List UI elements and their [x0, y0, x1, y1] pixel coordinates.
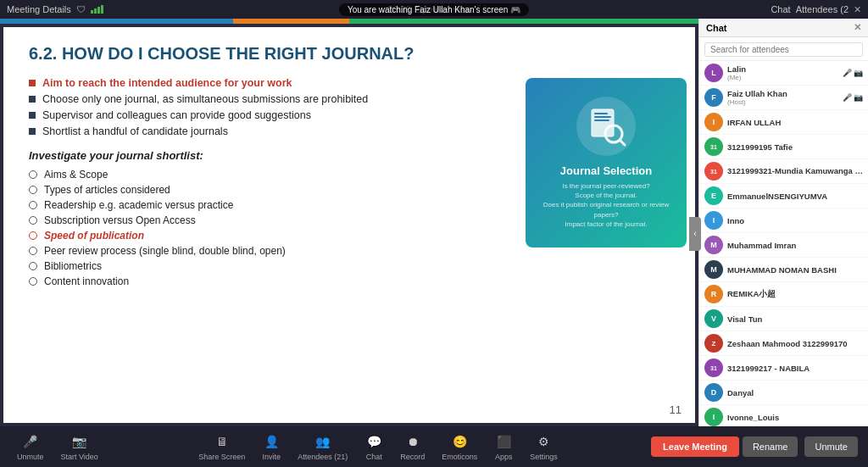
circle-bullet-5	[29, 247, 37, 255]
attendee-lalin: L Lalin (Me) 🎤 📷	[699, 61, 868, 86]
share-screen-btn[interactable]: 🖥 Share Screen	[192, 429, 252, 464]
circle-text-6: Bibliometrics	[44, 260, 102, 272]
meeting-details-btn[interactable]: Meeting Details	[7, 4, 71, 14]
attendees-label: Attendees (21)	[298, 453, 348, 461]
bullet-square-0	[29, 80, 36, 86]
panel-title: Chat	[706, 23, 726, 33]
attendee-icons-faiz: 🎤 📷	[843, 93, 863, 102]
attendee-info-visal: Visal Tun	[727, 314, 863, 324]
emoticons-btn[interactable]: 😊 Emoticons	[435, 429, 484, 464]
attendee-name-lalin: Lalin	[727, 64, 838, 74]
record-icon: ⏺	[403, 432, 422, 451]
attendee-mundia: 31 3121999321-Mundia Kamuwanga 学罗	[699, 159, 868, 184]
rename-button[interactable]: Rename	[743, 436, 798, 457]
attendee-visal: V Visal Tun	[699, 307, 868, 331]
top-bar-left: Meeting Details 🛡	[7, 4, 103, 14]
bullet-square-2	[29, 112, 36, 119]
attendees-btn[interactable]: Attendees (2	[796, 4, 849, 14]
panel-header: Chat ✕	[699, 19, 868, 37]
attendee-zeshaan: Z Zeshaan Mahmood 3122999170	[699, 331, 868, 356]
bullet-square-3	[29, 128, 36, 135]
attendee-noman: M MUHAMMAD NOMAN BASHI	[699, 258, 868, 282]
avatar-lalin: L	[704, 64, 723, 82]
avatar-nabila: 31	[704, 359, 723, 377]
start-video-label: Start Video	[61, 453, 98, 461]
attendee-ivonne: I Ivonne_Louis	[699, 405, 868, 426]
color-bar-blue	[0, 19, 233, 24]
toolbar-right: Leave Meeting Rename Unmute	[651, 436, 858, 457]
sidebar-toggle[interactable]: ‹	[689, 217, 701, 251]
leave-meeting-button[interactable]: Leave Meeting	[651, 436, 739, 457]
avatar-tafie: 31	[704, 137, 723, 156]
circle-bullet-1	[29, 186, 37, 194]
circle-item-6: Bibliometrics	[29, 260, 670, 272]
chat-btn[interactable]: Chat	[771, 4, 790, 14]
slide-title: 6.2. HOW DO I CHOOSE THE RIGHT JOURNAL?	[29, 44, 670, 64]
avatar-emmanuel: E	[704, 186, 723, 205]
presentation-panel: 6.2. HOW DO I CHOOSE THE RIGHT JOURNAL? …	[0, 19, 698, 426]
circle-text-1: Types of articles considered	[44, 184, 170, 196]
invite-btn[interactable]: 👤 Invite	[255, 429, 287, 464]
attendee-info-inno: Inno	[727, 216, 863, 225]
attendee-info-faiz: Faiz Ullah Khan (Host)	[727, 89, 838, 106]
attendee-info-lalin: Lalin (Me)	[727, 64, 838, 81]
color-bar	[0, 19, 698, 24]
security-icon: 🛡	[76, 4, 86, 14]
cam-icon: 📷	[854, 69, 863, 77]
slide-area: 6.2. HOW DO I CHOOSE THE RIGHT JOURNAL? …	[3, 27, 695, 423]
circle-bullet-3	[29, 216, 37, 225]
attendee-name-mundia: 3121999321-Mundia Kamuwanga 学罗	[727, 166, 863, 177]
circle-text-3: Subscription versus Open Access	[44, 214, 196, 226]
attendee-icons-lalin: 🎤 📷	[843, 69, 863, 77]
attendee-imran: M Muhammad Imran	[699, 233, 868, 258]
bullet-text-1: Choose only one journal, as simultaneous…	[42, 93, 368, 105]
record-btn[interactable]: ⏺ Record	[393, 429, 431, 464]
circle-text-2: Readership e.g. academic versus practice	[44, 199, 233, 211]
settings-icon: ⚙	[535, 432, 554, 451]
microphone-icon: 🎤	[21, 432, 40, 451]
right-panel: Chat ✕ L Lalin (Me) 🎤 📷 F Faiz	[698, 19, 868, 426]
avatar-inno: I	[704, 211, 723, 230]
journal-icon	[576, 97, 636, 156]
circle-item-7: Content innovation	[29, 275, 670, 287]
attendees-toolbar-btn[interactable]: 👥 Attendees (21)	[291, 429, 354, 464]
attendee-info-nabila: 3121999217 - NABILA	[727, 364, 863, 373]
attendee-role-lalin: (Me)	[727, 74, 838, 81]
color-bar-green	[349, 19, 698, 24]
attendees-icon: 👥	[314, 432, 332, 451]
unmute-toolbar-btn[interactable]: 🎤 Unmute	[10, 429, 51, 464]
record-label: Record	[400, 453, 425, 461]
circle-bullet-speed	[29, 231, 37, 240]
chat-icon: 💬	[364, 432, 383, 451]
avatar-remika: R	[704, 285, 723, 303]
panel-close-icon[interactable]: ✕	[854, 22, 861, 33]
chat-label: Chat	[366, 453, 382, 461]
attendee-name-emmanuel: EmmanuelNSENGIYUMVA	[727, 192, 863, 201]
invite-icon: 👤	[262, 432, 281, 451]
bullet-text-0: Aim to reach the intended audience for y…	[42, 77, 292, 89]
mic-icon: 🎤	[843, 69, 852, 77]
apps-btn[interactable]: ⬛ Apps	[487, 429, 520, 464]
apps-icon: ⬛	[494, 432, 513, 451]
attendee-info-noman: MUHAMMAD NOMAN BASHI	[727, 265, 863, 275]
attendee-name-irfan: IRFAN ULLAH	[727, 118, 863, 127]
emoticons-label: Emoticons	[442, 453, 477, 461]
bullet-square-1	[29, 96, 36, 103]
attendee-info-tafie: 3121999195 Tafie	[727, 142, 863, 152]
signal-bars	[91, 5, 103, 14]
avatar-zeshaan: Z	[704, 334, 723, 353]
avatar-imran: M	[704, 236, 723, 254]
close-panel-icon[interactable]: ✕	[854, 4, 861, 15]
avatar-danyal: D	[704, 383, 723, 402]
attendee-name-zeshaan: Zeshaan Mahmood 3122999170	[727, 339, 863, 348]
attendee-name-nabila: 3121999217 - NABILA	[727, 364, 863, 373]
attendee-name-danyal: Danyal	[727, 388, 863, 398]
settings-btn[interactable]: ⚙ Settings	[523, 429, 565, 464]
attendee-nabila: 31 3121999217 - NABILA	[699, 356, 868, 381]
unmute-button[interactable]: Unmute	[804, 436, 858, 457]
unmute-label: Unmute	[17, 453, 44, 461]
search-input[interactable]	[704, 42, 863, 57]
start-video-btn[interactable]: 📷 Start Video	[54, 429, 105, 464]
chat-toolbar-btn[interactable]: 💬 Chat	[358, 429, 390, 464]
svg-rect-2	[594, 116, 611, 118]
